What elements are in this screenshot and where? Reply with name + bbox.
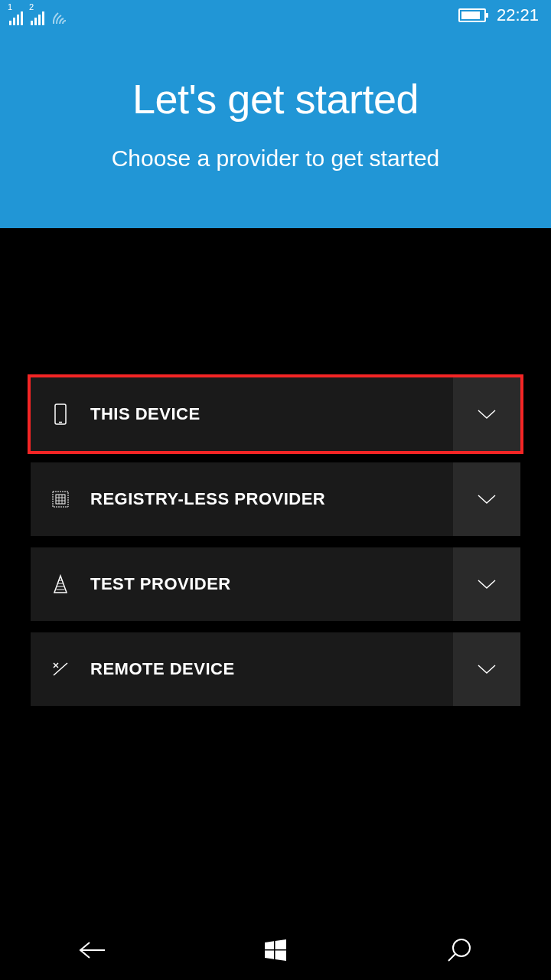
svg-rect-2 [53,492,68,507]
start-button[interactable] [222,920,329,980]
signal-sim1-icon: 1 [9,5,23,25]
expand-button[interactable] [453,632,520,706]
phone-icon [31,403,73,425]
signal-sim2-icon: 2 [31,5,44,25]
navigation-bar [0,920,551,980]
expand-button[interactable] [453,547,520,621]
battery-icon [458,8,486,22]
clock: 22:21 [497,5,539,25]
chevron-down-icon [476,493,497,505]
svg-point-13 [453,939,470,956]
windows-icon [263,938,288,962]
provider-list: THIS DEVICE REGISTRY-LESS PROVIDER [0,228,551,706]
search-icon [446,937,472,963]
page-title: Let's get started [15,75,536,122]
provider-registry-less[interactable]: REGISTRY-LESS PROVIDER [31,462,520,536]
provider-label: TEST PROVIDER [73,574,453,594]
expand-button[interactable] [453,377,520,451]
page-subtitle: Choose a provider to get started [15,145,536,172]
back-button[interactable] [38,920,145,980]
provider-label: REGISTRY-LESS PROVIDER [73,489,453,509]
status-bar: 1 2 22:21 [0,0,551,28]
back-arrow-icon [77,939,106,961]
roadwork-icon [31,574,73,594]
page-header: Let's get started Choose a provider to g… [0,28,551,228]
chevron-down-icon [476,578,497,590]
provider-this-device[interactable]: THIS DEVICE [31,377,520,451]
provider-label: REMOTE DEVICE [73,659,453,679]
expand-button[interactable] [453,462,520,536]
wifi-icon [52,10,72,25]
svg-line-14 [448,954,455,961]
provider-test[interactable]: TEST PROVIDER [31,547,520,621]
status-left: 1 2 [9,5,72,25]
chevron-down-icon [476,663,497,675]
connection-icon [31,660,73,678]
svg-rect-0 [55,404,66,424]
grid-icon [31,490,73,508]
chevron-down-icon [476,408,497,420]
svg-rect-3 [56,495,65,504]
provider-remote-device[interactable]: REMOTE DEVICE [31,632,520,706]
status-right: 22:21 [458,5,539,25]
search-button[interactable] [406,920,513,980]
provider-label: THIS DEVICE [73,404,453,424]
